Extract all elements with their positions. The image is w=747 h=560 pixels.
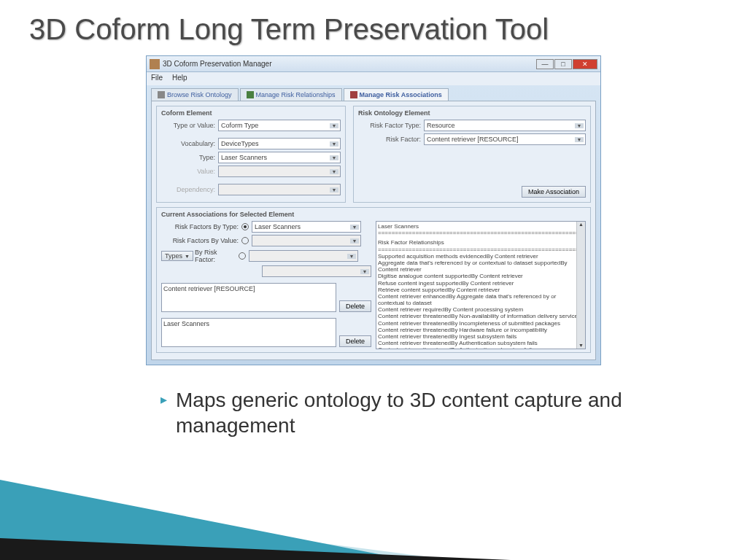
risk-factor-type-label: Risk Factor Type: [358, 122, 424, 129]
association-list-1[interactable]: Content retriever [RESOURCE] [161, 283, 336, 312]
associations-group: Current Associations for Selected Elemen… [156, 207, 591, 353]
tab-bar: Browse Risk Ontology Manage Risk Relatio… [151, 88, 596, 101]
vocabulary-label: Vocabulary: [161, 140, 218, 147]
window-title: 3D Coform Preservation Manager [163, 60, 272, 68]
app-icon [150, 59, 160, 69]
by-type-label: Risk Factors By Type: [161, 223, 241, 230]
maximize-button[interactable]: □ [554, 59, 572, 69]
by-factor-select [249, 250, 358, 262]
type-label: Type: [161, 154, 218, 161]
coform-element-group: Coform Element Type or Value:Coform Type… [156, 106, 346, 203]
svg-marker-0 [0, 502, 452, 560]
slide-decoration [0, 443, 747, 560]
by-factor-label: By Risk Factor: [195, 249, 239, 263]
dependency-select [218, 184, 341, 195]
slide-title: 3D Coform Long Term Preservation Tool [0, 0, 747, 50]
scrollbar[interactable] [576, 222, 585, 349]
risk-title: Risk Ontology Element [358, 109, 586, 117]
risk-element-group: Risk Ontology Element Risk Factor Type:R… [353, 106, 591, 203]
type-or-value-select[interactable]: Coform Type [218, 120, 341, 131]
association-list-2[interactable]: Laser Scanners [161, 318, 336, 347]
value-label: Value: [161, 168, 218, 175]
app-window: 3D Coform Preservation Manager — □ ✕ Fil… [146, 55, 601, 365]
book-icon [158, 91, 165, 98]
type-or-value-label: Type or Value: [161, 122, 218, 129]
by-type-select[interactable]: Laser Scanners [252, 221, 361, 233]
menu-file[interactable]: File [151, 74, 163, 82]
main-panel: Coform Element Type or Value:Coform Type… [151, 101, 596, 360]
bullet-content: Maps generic ontology to 3D content capt… [176, 387, 659, 438]
by-type-radio[interactable] [241, 223, 249, 230]
slide-bullet: ▸ Maps generic ontology to 3D content ca… [0, 365, 747, 438]
by-value-label: Risk Factors By Value: [161, 237, 241, 244]
menubar: File Help [147, 72, 600, 85]
titlebar: 3D Coform Preservation Manager — □ ✕ [147, 56, 600, 72]
delete-button-1[interactable]: Delete [339, 300, 371, 312]
tab-manage-associations[interactable]: Manage Risk Associations [344, 88, 449, 101]
by-factor-radio[interactable] [239, 252, 246, 260]
tab-browse-ontology[interactable]: Browse Risk Ontology [151, 88, 239, 101]
value-select [218, 166, 341, 177]
associations-title: Current Associations for Selected Elemen… [161, 211, 586, 218]
svg-marker-2 [0, 538, 511, 560]
by-value-select [252, 235, 361, 246]
svg-marker-1 [0, 480, 409, 560]
by-value-radio[interactable] [241, 237, 249, 244]
minimize-button[interactable]: — [536, 59, 554, 69]
warning-icon [350, 91, 357, 98]
link-icon [247, 91, 254, 98]
relationships-text[interactable]: Laser Scanners =========================… [376, 221, 586, 349]
close-button[interactable]: ✕ [573, 59, 597, 69]
coform-title: Coform Element [161, 109, 341, 117]
type-select[interactable]: Laser Scanners [218, 152, 341, 163]
risk-factor-select[interactable]: Content retriever [RESOURCE] [424, 133, 586, 145]
dependency-label: Dependency: [161, 186, 218, 193]
risk-factor-label: Risk Factor: [358, 136, 424, 143]
bullet-icon: ▸ [160, 392, 167, 408]
risk-factor-type-select[interactable]: Resource [424, 120, 586, 131]
by-factor-select-2 [262, 265, 371, 277]
delete-button-2[interactable]: Delete [339, 335, 371, 347]
tab-manage-relationships[interactable]: Manage Risk Relationships [240, 88, 342, 101]
types-button[interactable]: Types [161, 251, 193, 261]
make-association-button[interactable]: Make Association [522, 186, 586, 198]
menu-help[interactable]: Help [172, 74, 187, 82]
vocabulary-select[interactable]: DeviceTypes [218, 138, 341, 149]
